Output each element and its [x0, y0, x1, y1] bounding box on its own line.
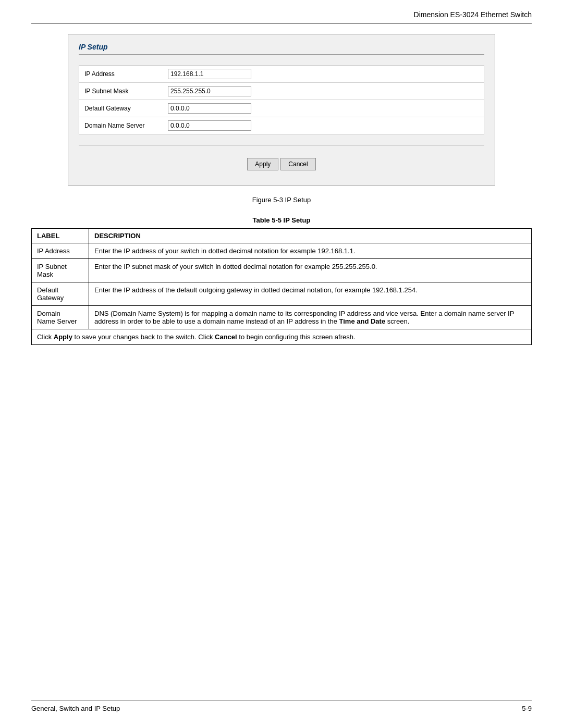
- page-footer: General, Switch and IP Setup 5-9: [31, 700, 532, 712]
- apply-bold: Apply: [54, 333, 72, 341]
- table-row: DomainName Server DNS (Domain Name Syste…: [32, 306, 532, 329]
- page-header: Dimension ES-3024 Ethernet Switch: [31, 10, 532, 23]
- footer-right: 5-9: [522, 705, 532, 712]
- dns-label: Domain Name Server: [84, 122, 168, 129]
- table-row: DefaultGateway Enter the IP address of t…: [32, 282, 532, 306]
- cancel-bold: Cancel: [215, 333, 237, 341]
- ip-setup-fields: IP Address IP Subnet Mask Default Gatewa…: [79, 65, 484, 134]
- ip-subnet-mask-label: IP Subnet Mask: [84, 88, 168, 95]
- ip-address-input[interactable]: [168, 69, 251, 79]
- default-gateway-label: Default Gateway: [84, 105, 168, 112]
- row-label-subnet: IP SubnetMask: [32, 259, 89, 282]
- row-desc-ip-address: Enter the IP address of your switch in d…: [89, 243, 532, 259]
- dns-input[interactable]: [168, 120, 251, 131]
- table-footnote-row: Click Apply to save your changes back to…: [32, 329, 532, 345]
- table-row: IP SubnetMask Enter the IP subnet mask o…: [32, 259, 532, 282]
- footer-left: General, Switch and IP Setup: [31, 705, 120, 712]
- ip-setup-panel-title: IP Setup: [79, 43, 484, 55]
- page-container: Dimension ES-3024 Ethernet Switch IP Set…: [0, 0, 563, 728]
- table-row: IP Address Enter the IP address of your …: [32, 243, 532, 259]
- column-description-header: DESCRIPTION: [89, 229, 532, 243]
- ip-setup-panel: IP Setup IP Address IP Subnet Mask Defau…: [68, 34, 495, 186]
- cancel-button[interactable]: Cancel: [280, 158, 315, 170]
- dns-row: Domain Name Server: [79, 117, 484, 134]
- header-title: Dimension ES-3024 Ethernet Switch: [414, 10, 532, 19]
- row-desc-subnet: Enter the IP subnet mask of your switch …: [89, 259, 532, 282]
- default-gateway-input[interactable]: [168, 103, 251, 114]
- table-header-row: LABEL DESCRIPTION: [32, 229, 532, 243]
- table-footnote: Click Apply to save your changes back to…: [32, 329, 532, 345]
- column-label-header: LABEL: [32, 229, 89, 243]
- panel-buttons: Apply Cancel: [79, 154, 484, 175]
- row-label-dns: DomainName Server: [32, 306, 89, 329]
- ip-subnet-mask-row: IP Subnet Mask: [79, 82, 484, 100]
- row-desc-gateway: Enter the IP address of the default outg…: [89, 282, 532, 306]
- row-desc-dns: DNS (Domain Name System) is for mapping …: [89, 306, 532, 329]
- default-gateway-row: Default Gateway: [79, 100, 484, 117]
- ip-address-label: IP Address: [84, 70, 168, 78]
- panel-separator: [79, 145, 484, 145]
- time-and-date-bold: Time and Date: [339, 317, 386, 325]
- row-label-gateway: DefaultGateway: [32, 282, 89, 306]
- table-caption: Table 5-5 IP Setup: [31, 216, 532, 224]
- row-label-ip-address: IP Address: [32, 243, 89, 259]
- ip-address-row: IP Address: [79, 65, 484, 82]
- ip-subnet-mask-input[interactable]: [168, 86, 251, 96]
- info-table: LABEL DESCRIPTION IP Address Enter the I…: [31, 228, 532, 345]
- figure-caption: Figure 5-3 IP Setup: [31, 196, 532, 204]
- apply-button[interactable]: Apply: [247, 158, 278, 170]
